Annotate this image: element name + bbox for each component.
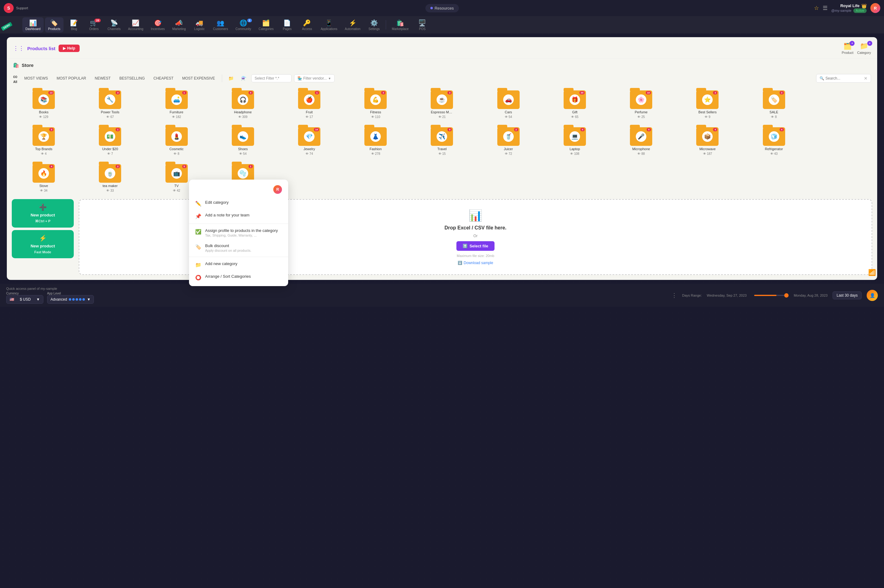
category-item-cars[interactable]: 🚗Cars👁 54	[477, 88, 540, 120]
app-logo[interactable]: S	[4, 3, 14, 13]
search-input[interactable]	[825, 76, 863, 81]
star-icon[interactable]: ☆	[814, 4, 819, 12]
clear-search-icon[interactable]: ✕	[864, 76, 867, 81]
nav-item-categories[interactable]: 🗂️ Categories	[256, 17, 277, 33]
nav-item-marketplace[interactable]: 🛍️ Marketplace	[389, 17, 412, 33]
menu-arrange-sort[interactable]: ⭕ Arrange / Sort Categories	[189, 271, 288, 284]
add-category-badge: +	[867, 41, 872, 46]
filter-most-views[interactable]: MOST VIEWS	[21, 75, 51, 82]
category-item-books[interactable]: 📚13Books👁 129	[12, 88, 75, 120]
category-item-juicer[interactable]: 🥤2Juicer👁 72	[477, 125, 540, 157]
nav-item-products[interactable]: 🏷️ Products	[45, 17, 63, 33]
category-item-under-$20[interactable]: 💵1Under $20👁 7	[78, 125, 142, 157]
nav-item-dashboard[interactable]: 📊 Dashboard	[22, 17, 44, 33]
category-item-microphone[interactable]: 🎤6Microphone👁 88	[609, 125, 673, 157]
resources-button[interactable]: Resources	[425, 4, 459, 12]
download-sample-link[interactable]: ⬇️ Download sample	[458, 261, 493, 265]
app-level-select[interactable]: Advanced ▼	[47, 295, 94, 304]
menu-icon[interactable]: ☰	[822, 4, 828, 12]
filter-bestselling[interactable]: BESTSELLING	[116, 75, 148, 82]
nav-item-blog[interactable]: 📝 Blog	[65, 17, 83, 33]
select-file-button[interactable]: ⬆️ Select file	[456, 241, 495, 251]
nav-item-orders[interactable]: 28 🛒 Orders	[84, 17, 103, 33]
folder-add-icon: 📁	[195, 262, 201, 268]
currency-select[interactable]: 🇺🇸 $ USD ▼	[6, 295, 44, 304]
menu-assign-profile[interactable]: ✅ Assign profile to products in the cate…	[189, 225, 288, 240]
nav-item-automation[interactable]: ⚡ Automation	[342, 17, 364, 33]
category-item-power-tools[interactable]: 🔧3Power Tools👁 67	[78, 88, 142, 120]
filter-select[interactable]: Select Filter *.*	[251, 74, 292, 82]
category-item-jewelry[interactable]: 💎14Jewelry👁 74	[277, 125, 341, 157]
category-item-sale[interactable]: 🏷️3SALE👁 8	[742, 88, 806, 120]
header-menu-icon[interactable]: ⋮⋮	[13, 45, 24, 52]
download-icon: ⬇️	[458, 261, 462, 265]
folder-wrap: 🧊4	[763, 127, 785, 146]
nav-item-channels[interactable]: 📡 Channels	[104, 17, 123, 33]
category-views: 👁 25	[637, 115, 645, 118]
add-category-button[interactable]: + 📁 Category	[857, 42, 871, 54]
fast-mode-title: New product	[31, 244, 55, 248]
folder-wrap: 🔥4	[33, 164, 55, 183]
category-item-travel[interactable]: ✈️8Travel👁 15	[410, 125, 474, 157]
vendor-filter[interactable]: 🏪 Filter vendor... ▼	[294, 74, 335, 82]
nav-item-accounting[interactable]: 📈 Accounting	[125, 17, 146, 33]
category-item-gift[interactable]: 🎁30Gift👁 65	[543, 88, 607, 120]
user-avatar[interactable]: R	[870, 3, 880, 13]
filter-all[interactable]: ∞ All	[13, 73, 17, 84]
category-item-fashion[interactable]: 👗Fashion👁 278	[344, 125, 407, 157]
nav-item-access[interactable]: 🔑 Access	[298, 17, 316, 33]
category-item-fruit[interactable]: 🍎1Fruit👁 17	[277, 88, 341, 120]
category-item-perfume[interactable]: 🌸10Perfume👁 25	[609, 88, 673, 120]
category-item-laptop[interactable]: 💻4Laptop👁 108	[543, 125, 607, 157]
nav-item-marketing[interactable]: 📣 Marketing	[169, 17, 189, 33]
nav-item-community[interactable]: 2 🌐 Community	[232, 17, 254, 33]
search-bar[interactable]: 🔍 ✕	[816, 74, 871, 82]
folder-filter-icon[interactable]: 📁	[226, 75, 236, 82]
category-item-refrigerator[interactable]: 🧊4Refrigerator👁 43	[742, 125, 806, 157]
folder-count-badge: 4	[713, 128, 717, 131]
nav-item-pages[interactable]: 📄 Pages	[278, 17, 296, 33]
category-name: TV	[174, 184, 179, 188]
category-item-tea-maker[interactable]: 🍵2tea maker👁 33	[78, 162, 142, 194]
folder-wrap: 🍎1	[298, 90, 320, 109]
more-options-icon[interactable]: ⋮	[672, 292, 677, 299]
new-product-button[interactable]: ➕ New product ⌘Ctrl + P	[12, 199, 74, 228]
category-item-cosmetic[interactable]: 💄Cosmetic👁 8	[144, 125, 208, 157]
menu-add-new-category[interactable]: 📁 Add new category	[189, 258, 288, 271]
nav-item-incentives[interactable]: 🎯 Incentives	[148, 17, 168, 33]
category-item-best-sellers[interactable]: ⭐3Best Sellers👁 9	[675, 88, 739, 120]
fast-mode-label: Fast Mode	[35, 250, 51, 254]
filter-most-popular[interactable]: MOST POPULAR	[54, 75, 89, 82]
nav-item-pos[interactable]: 🖥️ POS	[413, 17, 431, 33]
add-product-button[interactable]: + 🗂️ Product	[842, 42, 853, 54]
category-item-shoes[interactable]: 👟Shoes👁 54	[211, 125, 275, 157]
menu-add-note[interactable]: 📌 Add a note for your team	[189, 210, 288, 222]
funnel-icon[interactable]: ⚗️	[239, 75, 249, 82]
category-item-top-brands[interactable]: 🏆3Top Brands👁 4	[12, 125, 75, 157]
range-bar[interactable]	[754, 295, 786, 296]
category-item-stove[interactable]: 🔥4Stove👁 34	[12, 162, 75, 194]
nav-item-logistic[interactable]: 🚚 Logistic	[190, 17, 209, 33]
bottom-avatar[interactable]: 👤	[867, 290, 878, 301]
menu-edit-category[interactable]: ✏️ Edit category	[189, 197, 288, 210]
second-nav: DEMO 📊 Dashboard 🏷️ Products 📝 Blog 28 🛒…	[0, 16, 884, 33]
filter-most-expensive[interactable]: MOST EXPENSIVE	[179, 75, 218, 82]
help-button[interactable]: ▶ Help	[59, 45, 80, 52]
folder-wrap: ⭐3	[696, 90, 719, 109]
category-item-fitness[interactable]: 💪3Fitness👁 110	[344, 88, 407, 120]
category-item-furniture[interactable]: 🛋️1Furniture👁 182	[144, 88, 208, 120]
menu-bulk-discount[interactable]: 🏷️ Bulk discount Apply discount on all p…	[189, 240, 288, 255]
nav-item-customers[interactable]: 👥 Customers	[210, 17, 231, 33]
category-item-microwave[interactable]: 📦4Microwave👁 187	[675, 125, 739, 157]
filter-newest[interactable]: NEWEST	[92, 75, 114, 82]
fast-mode-button[interactable]: ⚡ New product Fast Mode	[12, 230, 74, 258]
filter-cheapest[interactable]: CHEAPEST	[150, 75, 177, 82]
range-thumb[interactable]	[784, 293, 789, 297]
nav-item-settings[interactable]: ⚙️ Settings	[365, 17, 383, 33]
category-item-headphone[interactable]: 🎧4Headphone👁 309	[211, 88, 275, 120]
category-item-espresso-machine[interactable]: ☕3Espresso Machine👁 21	[410, 88, 474, 120]
days-range-button[interactable]: Last 30 days	[833, 291, 862, 299]
menu-sort-title: Arrange / Sort Categories	[205, 274, 251, 279]
folder-icon: 📺5	[165, 164, 188, 183]
nav-item-applications[interactable]: 📱 Applications	[317, 17, 341, 33]
